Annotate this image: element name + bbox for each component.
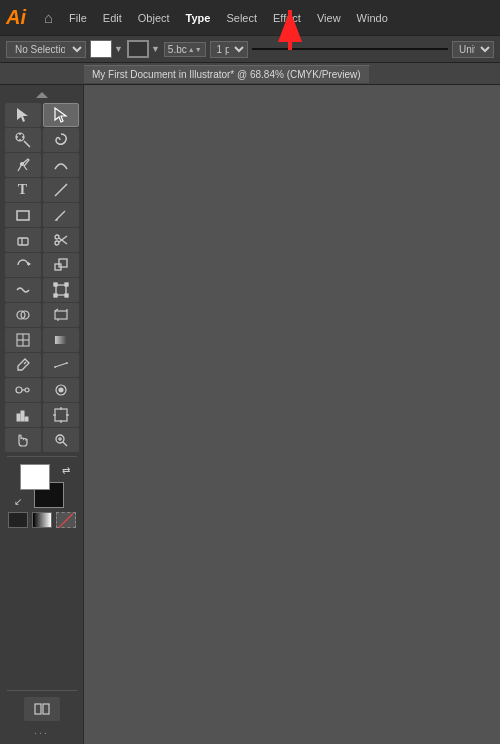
line-tool[interactable] [43,178,79,202]
selection-tool[interactable] [5,103,41,127]
menu-select[interactable]: Select [220,10,263,26]
gradient-mode-swatch[interactable] [32,512,52,528]
svg-rect-51 [55,409,67,421]
stroke-dropdown-arrow[interactable]: ▼ [151,44,160,54]
blend-tool[interactable] [5,378,41,402]
stroke-style-dropdown[interactable]: Uniform [452,41,494,58]
svg-rect-25 [54,283,57,286]
pencil-tool[interactable] [43,203,79,227]
selection-dropdown[interactable]: No Selection [6,41,86,58]
eyedropper-tool[interactable] [5,353,41,377]
tool-row-5 [2,203,82,227]
graph-tool[interactable] [5,403,41,427]
svg-rect-31 [55,311,67,319]
menu-bar: Ai ⌂ File Edit Object Type Select Effect… [0,0,500,35]
tool-row-8 [2,278,82,302]
home-icon[interactable]: ⌂ [44,9,53,26]
curvature-tool[interactable] [43,153,79,177]
tool-row-10 [2,328,82,352]
menu-file[interactable]: File [63,10,93,26]
svg-line-12 [55,184,67,196]
control-bar: No Selection ▼ ▼ 5.bc ▲▼ 1 pt Uniform [0,35,500,63]
hand-tool[interactable] [5,428,41,452]
svg-rect-26 [65,283,68,286]
svg-rect-23 [59,259,67,267]
color-area: ↙ ⇄ [2,464,82,528]
zoom-tool[interactable] [43,428,79,452]
toolbar: T [0,85,84,744]
foreground-color-swatch[interactable] [20,464,50,490]
menu-window[interactable]: Windo [351,10,394,26]
pen-tool[interactable] [5,153,41,177]
tool-row-9 [2,303,82,327]
perspective-tool[interactable] [43,303,79,327]
symbol-tool[interactable] [43,378,79,402]
svg-rect-38 [55,336,67,344]
opacity-stepper[interactable]: ▲▼ [188,46,202,53]
toolbar-bottom-divider [7,690,77,691]
toolbar-bottom: ... [7,687,77,740]
svg-point-47 [59,388,63,392]
tab-bar: My First Document in Illustrator* @ 68.8… [0,63,500,85]
svg-rect-49 [21,411,24,421]
color-mode-swatch[interactable] [8,512,28,528]
opacity-value: 5.bc [168,44,187,55]
direct-selection-tool[interactable] [43,103,79,127]
tool-row-6 [2,228,82,252]
menu-edit[interactable]: Edit [97,10,128,26]
svg-marker-21 [28,262,31,266]
menu-view[interactable]: View [311,10,347,26]
fill-color-swatch[interactable] [90,40,112,58]
svg-line-14 [57,211,65,219]
reset-colors-icon[interactable]: ↙ [14,496,22,507]
artboards-panel-btn[interactable] [24,697,60,721]
stroke-weight-dropdown[interactable]: 1 pt [210,41,248,58]
mesh-tool[interactable] [5,328,41,352]
svg-rect-27 [54,294,57,297]
svg-marker-2 [36,92,48,98]
rotate-tool[interactable] [5,253,41,277]
scissors-tool[interactable] [43,228,79,252]
svg-rect-48 [17,414,20,421]
scale-tool[interactable] [43,253,79,277]
svg-point-44 [25,388,29,392]
shape-builder-tool[interactable] [5,303,41,327]
stroke-color-swatch[interactable] [127,40,149,58]
svg-point-18 [55,241,59,245]
svg-line-40 [55,363,67,367]
gradient-tool[interactable] [43,328,79,352]
svg-rect-60 [35,704,41,714]
type-tool[interactable]: T [5,178,41,202]
tool-row-3 [2,153,82,177]
svg-point-17 [55,235,59,239]
main-area: T [0,85,500,744]
magic-wand-tool[interactable] [5,128,41,152]
svg-rect-15 [18,238,28,245]
more-tools-btn[interactable]: ... [34,724,49,736]
menu-effect[interactable]: Effect [267,10,307,26]
swap-colors-icon[interactable]: ⇄ [62,465,70,476]
svg-rect-61 [43,704,49,714]
fill-dropdown-arrow[interactable]: ▼ [114,44,123,54]
svg-rect-50 [25,417,28,421]
free-transform-tool[interactable] [43,278,79,302]
eraser-tool[interactable] [5,228,41,252]
color-mode-row [8,512,76,528]
warp-tool[interactable] [5,278,41,302]
tool-row-1 [2,103,82,127]
measure-tool[interactable] [43,353,79,377]
menu-object[interactable]: Object [132,10,176,26]
stroke-line [252,48,448,50]
tool-row-4: T [2,178,82,202]
none-mode-swatch[interactable] [56,512,76,528]
lasso-tool[interactable] [43,128,79,152]
app-logo: Ai [6,6,36,29]
rectangle-tool[interactable] [5,203,41,227]
canvas-area [84,85,500,744]
artboard-tool[interactable] [43,403,79,427]
svg-line-5 [24,141,30,147]
svg-marker-3 [17,108,28,122]
menu-type[interactable]: Type [180,10,217,26]
document-tab[interactable]: My First Document in Illustrator* @ 68.8… [84,65,370,83]
tool-row-14 [2,428,82,452]
